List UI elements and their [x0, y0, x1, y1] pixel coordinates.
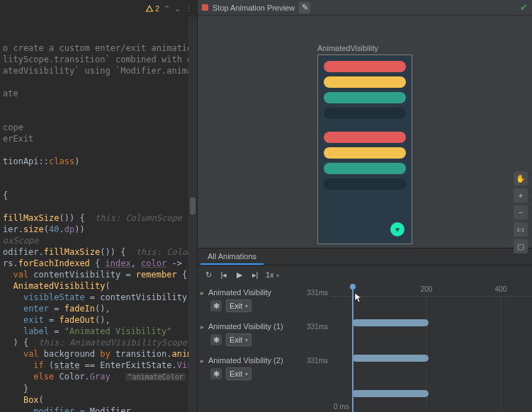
ruler-tick: 400	[495, 285, 507, 293]
color-bar	[324, 132, 406, 143]
device-preview: AnimatedVisibility ♥	[317, 44, 412, 244]
state-value: Exit	[230, 302, 242, 310]
animation-track-list: ▸Animated Visibility331ms✱Exit▾▸Animated…	[198, 284, 331, 412]
fit-button[interactable]: ▢	[514, 239, 528, 253]
code-body[interactable]: o create a custom enter/exit animation f…	[0, 17, 197, 412]
animation-duration: 331ms	[307, 357, 328, 365]
animation-name: Animated Visibility (2)	[208, 356, 283, 365]
freeze-button[interactable]: ✱	[210, 300, 222, 311]
speed-selector[interactable]: 1x ▾	[266, 270, 279, 279]
fab-favorite[interactable]: ♥	[390, 222, 404, 236]
timeline-clip[interactable]	[352, 319, 429, 326]
state-dropdown[interactable]: Exit▾	[226, 367, 251, 380]
state-dropdown[interactable]: Exit▾	[226, 299, 251, 312]
preview-side-tools: ✋+−1:1▢	[514, 171, 528, 253]
freeze-button[interactable]: ✱	[210, 368, 222, 379]
expand-icon[interactable]: ▸	[200, 323, 204, 331]
preview-panel: Stop Animation Preview ✎ ✔ AnimatedVisib…	[197, 0, 532, 412]
build-success-icon: ✔	[520, 2, 528, 13]
chevron-down-icon: ▾	[276, 273, 279, 279]
color-bar	[324, 178, 406, 190]
animation-controls: ↻ |◂ ▶ ▸| 1x ▾	[198, 265, 532, 284]
loop-button[interactable]: ↻	[203, 270, 213, 280]
animation-duration: 331ms	[307, 289, 328, 297]
chevron-down-icon: ▾	[245, 303, 248, 309]
device-frame: ♥	[317, 55, 412, 244]
animation-name: Animated Visibility (1)	[208, 322, 283, 331]
zoom-in-button[interactable]: +	[514, 188, 528, 202]
animation-timeline[interactable]: 2004006008001000 0 ms	[331, 284, 532, 412]
animation-item: ▸Animated Visibility331ms✱Exit▾	[200, 288, 328, 312]
chevron-down-icon: ▾	[245, 337, 248, 343]
playhead[interactable]	[352, 285, 353, 412]
color-bar	[324, 163, 406, 174]
stop-icon[interactable]	[202, 4, 208, 11]
scrollbar-gutter[interactable]	[188, 17, 197, 412]
animation-tabs: All Animations	[198, 248, 532, 265]
animation-item: ▸Animated Visibility (2)331ms✱Exit▾	[200, 356, 328, 380]
warning-count: 2	[155, 4, 159, 13]
skip-end-button[interactable]: ▸|	[250, 270, 260, 280]
chevron-down-icon: ▾	[245, 371, 248, 377]
inspection-down-icon[interactable]: ⌄	[174, 4, 181, 13]
edit-preview-button[interactable]: ✎	[299, 2, 310, 13]
inspection-chevron-icon[interactable]: ⌃	[164, 4, 170, 13]
timeline-clip[interactable]	[352, 390, 429, 397]
warning-indicator[interactable]: 2	[145, 4, 159, 13]
state-value: Exit	[230, 336, 242, 344]
color-bar	[324, 92, 406, 103]
preview-title: Stop Animation Preview	[213, 4, 295, 12]
device-label: AnimatedVisibility	[317, 44, 412, 52]
color-bar	[324, 108, 406, 119]
animation-item: ▸Animated Visibility (1)331ms✱Exit▾	[200, 322, 328, 346]
animation-panel: All Animations ↻ |◂ ▶ ▸| 1x ▾ ▸Animated …	[198, 248, 532, 412]
warning-icon	[145, 4, 154, 13]
timeline-ruler[interactable]: 2004006008001000	[331, 284, 532, 297]
play-button[interactable]: ▶	[234, 270, 244, 280]
color-bar	[324, 76, 406, 88]
tab-all-animations[interactable]: All Animations	[200, 249, 264, 265]
zoom-out-button[interactable]: −	[514, 205, 528, 219]
animation-duration: 331ms	[307, 323, 328, 331]
ruler-tick: 200	[421, 285, 433, 293]
state-dropdown[interactable]: Exit▾	[226, 333, 251, 346]
zoom-1-1-button[interactable]: 1:1	[514, 222, 528, 236]
preview-toolbar: Stop Animation Preview ✎ ✔	[198, 0, 532, 16]
expand-icon[interactable]: ▸	[200, 289, 204, 297]
expand-icon[interactable]: ▸	[200, 357, 204, 365]
heart-icon: ♥	[395, 225, 400, 234]
pan-button[interactable]: ✋	[514, 171, 528, 185]
code-inspection-bar: 2 ⌃ ⌄ ⋮	[0, 0, 197, 17]
animation-name: Animated Visibility	[208, 288, 271, 297]
inspection-menu-icon[interactable]: ⋮	[185, 4, 193, 13]
speed-value: 1x	[266, 270, 274, 279]
skip-start-button[interactable]: |◂	[219, 270, 229, 280]
color-bar	[324, 147, 406, 159]
state-value: Exit	[230, 370, 242, 378]
preview-canvas[interactable]: AnimatedVisibility ♥ ✋+−1:1▢	[198, 16, 532, 248]
freeze-button[interactable]: ✱	[210, 334, 222, 345]
timeline-clip[interactable]	[352, 355, 429, 362]
code-editor-panel: 2 ⌃ ⌄ ⋮ o create a custom enter/exit ani…	[0, 0, 197, 412]
zero-ms-label: 0 ms	[334, 403, 349, 411]
color-bar	[324, 61, 406, 72]
